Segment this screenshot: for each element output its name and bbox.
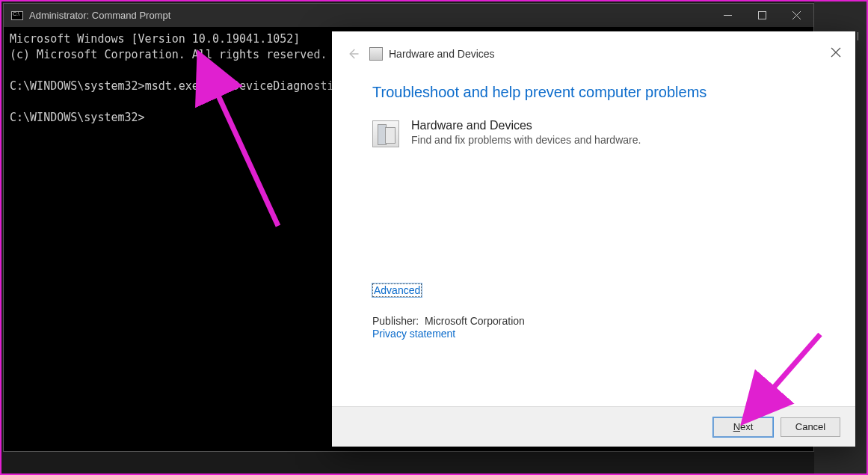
dialog-heading: Troubleshoot and help prevent computer p… [372,84,815,101]
term-line: (c) Microsoft Corporation. All rights re… [10,48,327,61]
publisher-value: Microsoft Corporation [425,315,525,327]
item-title: Hardware and Devices [411,119,641,132]
next-button[interactable]: Next [713,417,773,437]
troubleshooter-dialog: Hardware and Devices Troubleshoot and he… [332,31,855,447]
titlebar[interactable]: Administrator: Command Prompt [4,4,813,27]
advanced-link[interactable]: Advanced [372,284,422,297]
dialog-header: Hardware and Devices [332,31,855,76]
cmd-icon [11,11,23,20]
term-line: Microsoft Windows [Version 10.0.19041.10… [10,32,300,46]
item-description: Find and fix problems with devices and h… [411,134,641,146]
dialog-body: Troubleshoot and help prevent computer p… [332,76,855,406]
next-rest: ext [740,421,753,432]
hardware-icon [372,120,399,147]
privacy-link[interactable]: Privacy statement [372,328,455,340]
dialog-footer: Next Cancel [332,406,855,447]
dialog-title: Hardware and Devices [389,48,495,60]
publisher-row: Publisher: Microsoft Corporation [372,315,815,327]
window-controls [710,4,813,27]
maximize-button[interactable] [745,4,779,27]
troubleshooter-item: Hardware and Devices Find and fix proble… [372,119,815,147]
close-icon[interactable] [825,42,846,63]
term-command: msdt.exe -id DeviceDiagnostic [145,79,341,93]
troubleshooter-icon [369,47,383,61]
next-accelerator: N [733,421,740,432]
term-prompt: C:\WINDOWS\system32> [10,79,145,93]
term-prompt: C:\WINDOWS\system32> [10,111,145,124]
svg-rect-1 [758,12,766,19]
back-arrow-icon[interactable] [342,43,363,64]
window-title: Administrator: Command Prompt [29,10,170,21]
close-button[interactable] [779,4,813,27]
publisher-label: Publisher: [372,315,419,327]
minimize-button[interactable] [710,4,745,27]
cancel-button[interactable]: Cancel [781,417,840,437]
